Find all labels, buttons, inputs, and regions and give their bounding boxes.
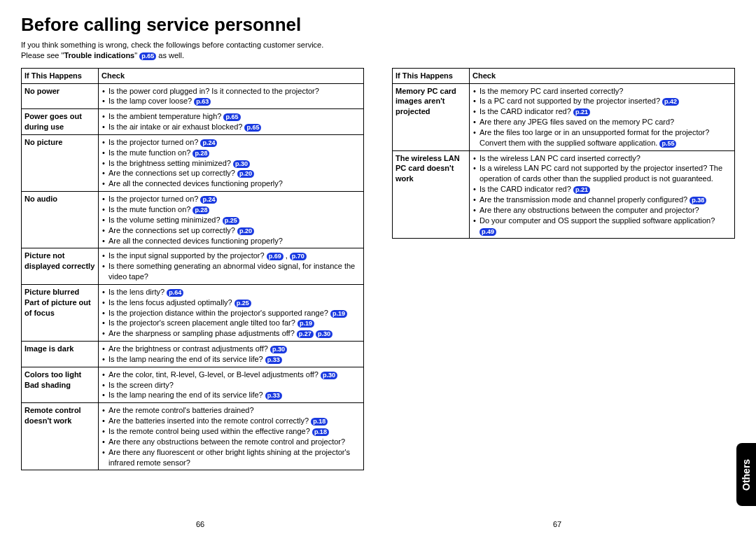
row-checks: Is the projector turned on? p.24Is the m…	[99, 134, 364, 191]
list-item: Is the wireless LAN PC card inserted cor…	[472, 153, 732, 164]
list-item: Are the connections set up correctly? p.…	[102, 225, 360, 236]
row-symptom: Power goes out during use	[22, 109, 99, 135]
list-item: Is the mute function on? p.28	[102, 204, 360, 215]
list-item: Are the batteries inserted into the remo…	[102, 416, 360, 426]
list-item: Are the connections set up correctly? p.…	[102, 168, 360, 178]
page-ref-icon: p.19	[330, 310, 347, 318]
table-row: Colors too light Bad shadingAre the colo…	[22, 367, 364, 403]
page-ref-icon: p.70	[290, 253, 307, 260]
page-ref-icon: p.18	[312, 428, 329, 436]
list-item: Are the color, tint, R-level, G-level, o…	[102, 370, 360, 380]
page-ref-icon: p.20	[237, 170, 254, 178]
page-number-left: 66	[196, 520, 204, 528]
row-symptom: Picture not displayed correctly	[22, 248, 99, 285]
left-column: If This Happens Check No powerIs the pow…	[21, 68, 364, 471]
page-ref-icon: p.33	[265, 392, 282, 400]
page-ref-icon: p.24	[200, 139, 217, 147]
list-item: Is the projector's screen placement angl…	[102, 318, 360, 328]
list-item: Is the screen dirty?	[102, 380, 360, 391]
check-list: Is the ambient temperature high? p.65Is …	[102, 111, 360, 132]
page-ref-icon: p.65	[139, 52, 156, 60]
list-item: Is the lamp cover loose? p.63	[102, 96, 360, 106]
intro-text: If you think something is wrong, check t…	[21, 40, 735, 61]
troubleshoot-table-right: If This Happens Check Memory PC card ima…	[392, 68, 735, 239]
table-row: No pictureIs the projector turned on? p.…	[22, 134, 364, 191]
page-ref-icon: p.21	[573, 186, 590, 194]
list-item: Is the lamp nearing the end of its servi…	[102, 354, 360, 365]
page-ref-icon: p.30	[316, 330, 332, 338]
page-ref-icon: p.65	[244, 124, 261, 132]
row-symptom: Image is dark	[22, 342, 99, 367]
list-item: Are there any JPEG files saved on the me…	[472, 117, 732, 127]
page-ref-icon: p.42	[662, 98, 679, 106]
row-checks: Are the color, tint, R-level, G-level, o…	[99, 367, 364, 403]
row-symptom: The wireless LAN PC card doesn't work	[393, 150, 470, 239]
check-list: Are the remote control's batteries drain…	[102, 405, 360, 468]
page-ref-icon: p.18	[311, 418, 328, 426]
check-list: Is the power cord plugged in? Is it conn…	[102, 86, 360, 107]
list-item: Is the CARD indicator red? p.21	[472, 106, 732, 117]
col-header-check: Check	[470, 68, 735, 83]
row-symptom: No picture	[22, 134, 99, 191]
list-item: Are the brightness or contrast adjustmen…	[102, 344, 360, 354]
list-item: Is a wireless LAN PC card not supported …	[472, 163, 732, 184]
troubleshoot-table-left: If This Happens Check No powerIs the pow…	[21, 68, 364, 471]
page-ref-icon: p.55	[659, 140, 676, 148]
table-row: Memory PC card images aren't projectedIs…	[393, 83, 735, 150]
check-list: Is the memory PC card inserted correctly…	[472, 86, 732, 148]
page-ref-icon: p.19	[298, 320, 314, 328]
list-item: Are the sharpness or sampling phase adju…	[102, 328, 360, 339]
page-ref-icon: p.65	[223, 113, 240, 121]
table-row: Image is darkAre the brightness or contr…	[22, 342, 364, 367]
list-item: Are all the connected devices functionin…	[102, 236, 360, 246]
check-list: Is the lens dirty? p.64Is the lens focus…	[102, 287, 360, 339]
page-ref-icon: p.69	[267, 253, 284, 260]
page-ref-icon: p.63	[194, 98, 211, 106]
page-ref-icon: p.64	[167, 289, 183, 297]
page-ref-icon: p.24	[200, 196, 217, 204]
list-item: Is there something generating an abnorma…	[102, 261, 360, 282]
col-header-happens: If This Happens	[22, 68, 99, 83]
section-tab-others: Others	[736, 443, 756, 506]
check-list: Is the projector turned on? p.24Is the m…	[102, 194, 360, 246]
row-symptom: Picture blurred Part of picture out of f…	[22, 284, 99, 341]
row-checks: Is the ambient temperature high? p.65Is …	[99, 109, 364, 135]
col-header-happens: If This Happens	[393, 68, 470, 83]
page-ref-icon: p.28	[192, 206, 209, 214]
row-checks: Is the input signal supported by the pro…	[99, 248, 364, 285]
table-row: Picture not displayed correctlyIs the in…	[22, 248, 364, 285]
list-item: Is the lamp nearing the end of its servi…	[102, 390, 360, 400]
page-ref-icon: p.30	[270, 346, 287, 353]
row-checks: Is the memory PC card inserted correctly…	[470, 83, 735, 150]
table-row: Picture blurred Part of picture out of f…	[22, 284, 364, 341]
list-item: Is the lens dirty? p.64	[102, 287, 360, 297]
list-item: Is the projector turned on? p.24	[102, 137, 360, 148]
page-ref-icon: p.30	[321, 372, 337, 379]
list-item: Is a PC card not supported by the projec…	[472, 96, 732, 106]
list-item: Is the projector turned on? p.24	[102, 194, 360, 204]
row-checks: Is the wireless LAN PC card inserted cor…	[470, 150, 735, 239]
list-item: Is the remote control being used within …	[102, 426, 360, 437]
row-checks: Is the lens dirty? p.64Is the lens focus…	[99, 284, 364, 341]
list-item: Is the mute function on? p.28	[102, 148, 360, 158]
list-item: Is the CARD indicator red? p.21	[472, 184, 732, 195]
list-item: Is the brightness setting minimized? p.3…	[102, 158, 360, 169]
list-item: Do your computer and OS support the supp…	[472, 216, 732, 237]
row-checks: Is the power cord plugged in? Is it conn…	[99, 83, 364, 109]
list-item: Is the projection distance within the pr…	[102, 308, 360, 318]
list-item: Is the power cord plugged in? Is it conn…	[102, 86, 360, 97]
page-ref-icon: p.49	[479, 228, 496, 236]
list-item: Are there any fluorescent or other brigh…	[102, 447, 360, 468]
check-list: Are the brightness or contrast adjustmen…	[102, 344, 360, 365]
list-item: Is the memory PC card inserted correctly…	[472, 86, 732, 97]
row-checks: Is the projector turned on? p.24Is the m…	[99, 192, 364, 248]
list-item: Are the remote control's batteries drain…	[102, 405, 360, 416]
check-list: Are the color, tint, R-level, G-level, o…	[102, 370, 360, 401]
table-row: Power goes out during useIs the ambient …	[22, 109, 364, 135]
page-ref-icon: p.20	[237, 227, 254, 235]
check-list: Is the wireless LAN PC card inserted cor…	[472, 153, 732, 237]
row-symptom: Remote control doesn't work	[22, 403, 99, 470]
row-symptom: Memory PC card images aren't projected	[393, 83, 470, 150]
table-row: No audioIs the projector turned on? p.24…	[22, 192, 364, 248]
page-ref-icon: p.21	[573, 108, 590, 116]
